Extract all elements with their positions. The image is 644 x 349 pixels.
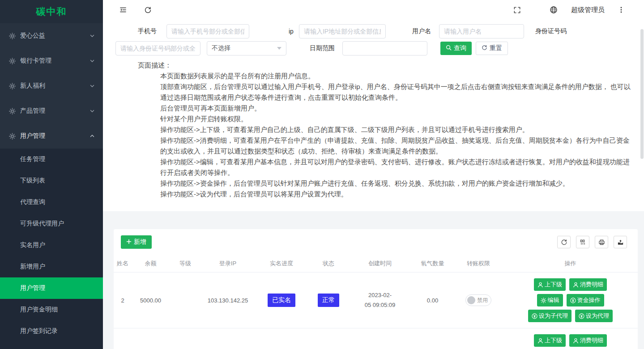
sidebar-item[interactable]: 爱心公益	[0, 23, 103, 48]
sidebar-subitem-label: 用户管理	[20, 284, 45, 292]
action-button[interactable]: 消费明细	[569, 334, 607, 347]
action-icon	[573, 282, 579, 288]
refresh-button[interactable]	[142, 4, 154, 16]
sidebar-subitem-label: 代理查询	[20, 198, 45, 206]
print-icon[interactable]	[595, 236, 608, 248]
idcard-input[interactable]	[115, 41, 200, 55]
username-input[interactable]	[439, 24, 524, 38]
column-header: 余额	[132, 260, 170, 268]
account-status-badge: 正常	[318, 294, 339, 307]
phone-label: 手机号	[138, 27, 157, 35]
action-button[interactable]: 设为代理	[575, 310, 613, 322]
cell-created-time: 2023-02- 05 09:05:09	[349, 290, 411, 310]
reset-button[interactable]: 重置	[476, 42, 508, 55]
sidebar-subitem[interactable]: 新增用户	[0, 256, 103, 277]
gear-icon	[9, 33, 16, 39]
cell-login-ip: 103.130.142.25	[201, 297, 255, 304]
action-icon	[532, 313, 537, 319]
phone-input[interactable]	[166, 24, 249, 38]
sidebar-subitem[interactable]: 用户资金明细	[0, 299, 103, 320]
collapse-sidebar-button[interactable]	[117, 4, 129, 16]
cell-actions: 上下级 消费明细 编辑	[522, 334, 618, 349]
column-header: 转账权限	[454, 260, 503, 268]
sidebar-subitem-label: 下级列表	[20, 177, 45, 185]
action-button[interactable]: 消费明细	[569, 278, 607, 291]
sidebar-subitem[interactable]: 下级列表	[0, 170, 103, 192]
scrollbar-thumb[interactable]	[640, 29, 644, 159]
sidebar-subitem[interactable]: 实名用户	[0, 234, 103, 256]
sidebar-subitem[interactable]: 用户管理	[0, 277, 103, 299]
sidebar-subitem[interactable]: 用户签到记录	[0, 320, 103, 342]
action-icon	[541, 298, 546, 303]
realname-status-badge: 已实名	[268, 294, 295, 307]
column-settings-icon[interactable]	[576, 236, 589, 248]
export-icon[interactable]	[614, 236, 627, 248]
sidebar: 碳中和 爱心公益 银行卡管理	[0, 0, 103, 349]
column-header: 登录IP	[201, 260, 255, 268]
search-icon	[446, 45, 452, 52]
table-header-row: 姓名 余额 等级 登录IP 实名进度 状态 创建时间 氧气数量 转账权限	[114, 255, 638, 272]
sidebar-subitem[interactable]: 代理查询	[0, 192, 103, 213]
action-button[interactable]: 设为子代理	[528, 310, 571, 322]
sidebar-subitem[interactable]: 可升级代理用户	[0, 213, 103, 234]
sidebar-menu: 爱心公益 银行卡管理	[0, 23, 103, 123]
username-label: 用户名	[412, 27, 431, 35]
daterange-label: 日期范围	[310, 44, 335, 52]
sidebar-item-label: 产品管理	[20, 107, 45, 115]
cell-name: 2	[114, 297, 132, 304]
column-header: 状态	[308, 260, 349, 268]
description-line: 本页面数据列表展示的是平台所有的注册用户信息。	[160, 71, 631, 81]
language-globe-icon[interactable]	[548, 4, 559, 16]
gear-icon	[9, 83, 16, 89]
column-header: 姓名	[114, 260, 132, 268]
description-line: 操作功能区->资金操作，后台管理员可以针对某用户账户进行充值、任务返现、积分兑换…	[160, 178, 631, 189]
daterange-input[interactable]	[342, 41, 427, 55]
gear-icon	[9, 133, 16, 140]
description-line: 操作功能区->上下级，可查看某用户自己的上级、自己的直属下级、二级下级用户列表，…	[160, 124, 631, 135]
search-button[interactable]: 查询	[440, 42, 472, 55]
sidebar-item-label: 用户管理	[20, 132, 45, 140]
toggle-label: 禁用	[477, 297, 488, 304]
description-line: 针对某个用户开启转账权限。	[160, 114, 631, 124]
app-root: 碳中和 爱心公益 银行卡管理	[0, 0, 644, 349]
more-menu-icon[interactable]	[616, 4, 626, 15]
chevron-down-icon	[90, 58, 95, 64]
action-button[interactable]: 编辑	[537, 294, 563, 306]
action-icon	[537, 282, 543, 288]
action-button[interactable]: 资金操作	[567, 294, 604, 306]
add-user-button[interactable]: 新增	[121, 235, 152, 249]
sidebar-item-label: 银行卡管理	[20, 57, 51, 65]
chevron-down-icon	[90, 33, 95, 38]
table-body: 2 5000.00 103.130.142.25 已实名 正常 2023-02-…	[114, 272, 638, 349]
transfer-permission-toggle[interactable]: 禁用	[465, 294, 491, 306]
sidebar-item-label: 爱心公益	[20, 32, 45, 40]
description-line: 操作功能区->消费明细，可查看某用户在平台中产生的（申请提款、充值、扣除、周期脱…	[160, 135, 631, 157]
sidebar-item-user-management[interactable]: 用户管理	[0, 123, 103, 149]
sidebar-item[interactable]: 银行卡管理	[0, 48, 103, 73]
sidebar-item[interactable]: 新人福利	[0, 73, 103, 98]
sidebar-item-label: 新人福利	[20, 82, 45, 90]
reset-icon	[482, 45, 487, 52]
filter-panel: 手机号 ip 用户名 身份证号码 不选择 日期范围 查询	[103, 20, 644, 211]
idcard-label: 身份证号码	[535, 27, 567, 35]
user-table-panel: 新增	[114, 229, 638, 349]
caret-down-icon	[277, 47, 281, 50]
gear-icon	[9, 58, 16, 64]
action-button[interactable]: 上下级	[534, 334, 566, 347]
column-header: 实名进度	[255, 260, 308, 268]
table-toolbar: 新增	[114, 229, 638, 255]
action-icon	[537, 338, 543, 344]
status-select[interactable]: 不选择	[207, 41, 286, 55]
fullscreen-icon[interactable]	[512, 4, 523, 16]
cell-oxygen: 0.00	[411, 297, 454, 304]
app-logo: 碳中和	[0, 0, 103, 23]
description-line: 顶部查询功能区，后台管理员可以通过输入用户手机号、用户登录ip、用户名、身份证号…	[160, 81, 631, 103]
cell-actions: 上下级 消费明细 编辑	[522, 278, 618, 322]
action-button[interactable]: 上下级	[534, 278, 566, 291]
sidebar-item[interactable]: 产品管理	[0, 98, 103, 123]
table-refresh-icon[interactable]	[557, 236, 571, 248]
current-user[interactable]: 超级管理员	[571, 6, 605, 14]
sidebar-subitem[interactable]: 任务管理	[0, 149, 103, 170]
description-line: 操作功能区->设为代理，后台管理员可以将某用户设置为代理。	[160, 189, 631, 200]
ip-input[interactable]	[299, 24, 386, 38]
